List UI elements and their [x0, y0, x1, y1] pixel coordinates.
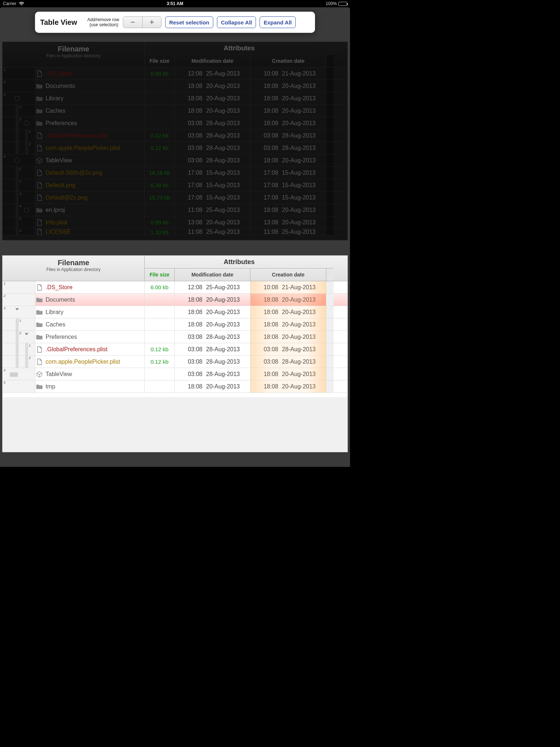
table-row[interactable]: 5 tmp18:0820-Aug-201318:0820-Aug-2013 [3, 380, 347, 393]
table-row[interactable]: 3 Default@2x.png15.73 kb17:0815-Aug-2013… [3, 191, 347, 204]
table-row[interactable]: 4 TableView03:0828-Aug-201318:0820-Aug-2… [3, 368, 347, 380]
radio-icon[interactable] [24, 208, 29, 213]
filename-cell[interactable]: Preferences [35, 331, 145, 343]
createdate-cell: 11:0825-Aug-2013 [250, 229, 326, 235]
table-row[interactable]: 2 Documents18:0820-Aug-201318:0820-Aug-2… [3, 80, 347, 92]
scroll-rail[interactable] [326, 92, 334, 104]
moddate-cell: 18:0820-Aug-2013 [175, 318, 250, 330]
table-row[interactable]: 1 Caches18:0820-Aug-201318:0820-Aug-2013 [3, 105, 347, 117]
table-row[interactable]: 2 com.apple.PeoplePicker.plist0.12 kb03:… [3, 356, 347, 368]
folder-icon [36, 334, 43, 340]
col-createdate[interactable]: Creation date [250, 268, 326, 281]
table-row[interactable]: 3 Library18:0820-Aug-201318:0820-Aug-201… [3, 92, 347, 105]
file-icon [36, 70, 43, 77]
scroll-rail[interactable] [326, 343, 334, 355]
filename-cell[interactable]: .GlobalPreferences.plist [35, 129, 145, 142]
row-gutter: 2 [3, 80, 35, 92]
collapse-all-button[interactable]: Collapse All [217, 16, 256, 28]
col-moddate[interactable]: Modification date [175, 55, 250, 67]
createdate-cell: 18:0820-Aug-2013 [250, 154, 326, 166]
col-filename[interactable]: Filename [3, 45, 144, 53]
scroll-rail[interactable] [326, 204, 334, 216]
scroll-rail[interactable] [326, 179, 334, 191]
scroll-rail[interactable] [326, 306, 334, 318]
scroll-rail[interactable] [326, 318, 334, 330]
table-row[interactable]: 1 Caches18:0820-Aug-201318:0820-Aug-2013 [3, 318, 347, 331]
filename-cell[interactable]: Info.plist [35, 216, 145, 228]
filename-cell[interactable]: Library [35, 92, 145, 104]
remove-row-button[interactable]: − [123, 17, 142, 28]
createdate-cell: 03:0828-Aug-2013 [250, 343, 326, 355]
scroll-rail[interactable] [326, 167, 334, 179]
filename-cell[interactable]: Preferences [35, 117, 145, 129]
add-row-button[interactable]: + [142, 17, 161, 28]
filename-cell[interactable]: en.lproj [35, 204, 145, 216]
filename-cell[interactable]: TableView [35, 154, 145, 166]
scroll-rail[interactable] [326, 229, 334, 235]
table-row[interactable]: 5 Info.plist0.89 kb13:0820-Aug-201313:08… [3, 216, 347, 229]
table-row[interactable]: 4 TableView03:0828-Aug-201318:0820-Aug-2… [3, 154, 347, 167]
col-filesize[interactable]: File size [145, 268, 175, 281]
filename-cell[interactable]: Default.png [35, 179, 145, 191]
col-createdate[interactable]: Creation date [250, 55, 326, 67]
filename-cell[interactable]: .DS_Store [35, 281, 145, 293]
scroll-rail[interactable] [326, 356, 334, 368]
radio-icon[interactable] [24, 121, 29, 126]
table-row[interactable]: 4 en.lproj11:0825-Aug-201318:0820-Aug-20… [3, 204, 347, 216]
filename-label: Caches [46, 321, 65, 328]
table-row[interactable]: 1 .DS_Store6.00 kb12:0825-Aug-201310:082… [3, 67, 347, 80]
filename-cell[interactable]: Documents [35, 80, 145, 92]
scroll-rail[interactable] [326, 368, 334, 380]
filename-cell[interactable]: .DS_Store [35, 67, 145, 80]
scroll-rail[interactable] [326, 331, 334, 343]
filename-cell[interactable]: Default@2x.png [35, 191, 145, 204]
table-row[interactable]: 2 Preferences03:0828-Aug-201318:0820-Aug… [3, 331, 347, 343]
table-row[interactable]: 2 Documents18:0820-Aug-201318:0820-Aug-2… [3, 294, 347, 306]
filename-cell[interactable]: TableView [35, 368, 145, 380]
filename-cell[interactable]: Library [35, 306, 145, 318]
scroll-rail[interactable] [326, 216, 334, 228]
toolbar: Table View Add/remove row (use selection… [35, 12, 315, 33]
chevron-down-icon[interactable] [24, 332, 29, 337]
table-row[interactable]: 1 .GlobalPreferences.plist0.12 kb03:0828… [3, 343, 347, 356]
radio-icon[interactable] [15, 96, 20, 101]
scroll-rail[interactable] [326, 105, 334, 117]
scroll-rail[interactable] [326, 294, 334, 306]
col-filename[interactable]: Filename [3, 259, 144, 267]
filename-cell[interactable]: Caches [35, 318, 145, 330]
filename-cell[interactable]: Default-568h@2x.png [35, 167, 145, 179]
scroll-rail[interactable] [326, 129, 334, 142]
col-moddate[interactable]: Modification date [175, 268, 250, 281]
scroll-rail[interactable] [326, 67, 334, 80]
table-row[interactable]: 1 Default-568h@2x.png18.16 kb17:0815-Aug… [3, 167, 347, 179]
chevron-down-icon[interactable] [15, 307, 20, 312]
scroll-rail[interactable] [326, 191, 334, 204]
scroll-rail[interactable] [326, 154, 334, 166]
table-row[interactable]: 6 LICENSE1.10 kb11:0825-Aug-201311:0825-… [3, 229, 347, 235]
light-table: Filename Files in Application directory … [2, 255, 348, 452]
radio-icon[interactable] [15, 158, 20, 163]
table-row[interactable]: 2 com.apple.PeoplePicker.plist0.12 kb03:… [3, 142, 347, 154]
table-row[interactable]: 2 Default.png6.39 kb17:0815-Aug-201317:0… [3, 179, 347, 191]
filename-cell[interactable]: tmp [35, 380, 145, 392]
filename-cell[interactable]: .GlobalPreferences.plist [35, 343, 145, 355]
reset-selection-button[interactable]: Reset selection [165, 16, 213, 28]
filename-cell[interactable]: com.apple.PeoplePicker.plist [35, 142, 145, 154]
filename-cell[interactable]: LICENSE [35, 229, 145, 235]
table-row[interactable]: 1 .GlobalPreferences.plist0.12 kb03:0828… [3, 129, 347, 142]
table-row[interactable]: 3 Library18:0820-Aug-201318:0820-Aug-201… [3, 306, 347, 318]
col-filesize[interactable]: File size [145, 55, 175, 67]
filename-cell[interactable]: Documents [35, 294, 145, 306]
expand-all-button[interactable]: Expand All [260, 16, 296, 28]
scroll-rail[interactable] [326, 117, 334, 129]
scroll-rail[interactable] [326, 281, 334, 293]
drag-handle-icon[interactable] [10, 372, 18, 377]
scroll-rail[interactable] [326, 80, 334, 92]
filename-cell[interactable]: Caches [35, 105, 145, 117]
scroll-rail[interactable] [326, 142, 334, 154]
scroll-rail[interactable] [326, 380, 334, 392]
table-row[interactable]: 2 Preferences03:0828-Aug-201318:0820-Aug… [3, 117, 347, 129]
createdate-cell: 18:0820-Aug-2013 [250, 331, 326, 343]
table-row[interactable]: 1 .DS_Store6.00 kb12:0825-Aug-201310:082… [3, 281, 347, 294]
filename-cell[interactable]: com.apple.PeoplePicker.plist [35, 356, 145, 368]
